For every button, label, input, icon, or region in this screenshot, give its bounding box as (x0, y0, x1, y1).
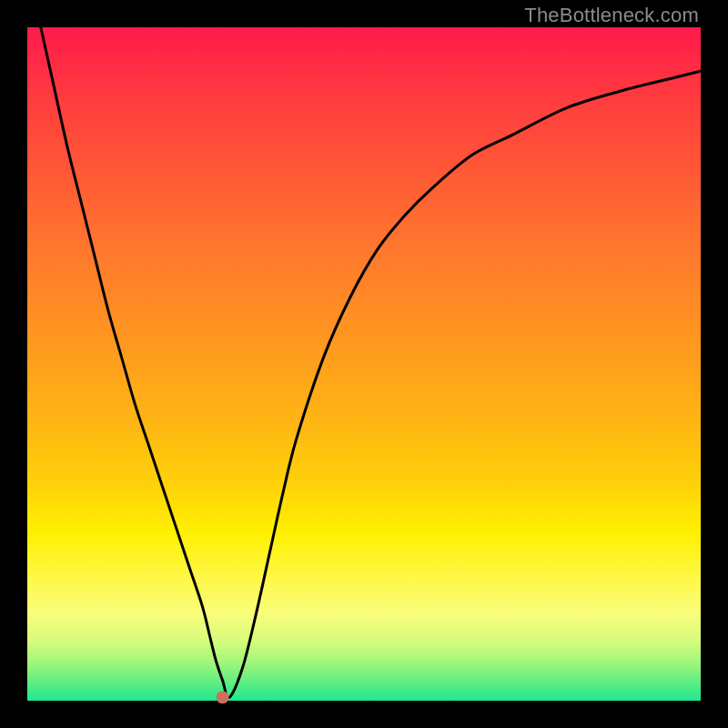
bottleneck-curve (41, 27, 701, 698)
optimal-point-marker (217, 691, 229, 703)
chart-frame (27, 27, 701, 701)
watermark-text: TheBottleneck.com (524, 4, 699, 27)
chart-svg (27, 27, 701, 701)
